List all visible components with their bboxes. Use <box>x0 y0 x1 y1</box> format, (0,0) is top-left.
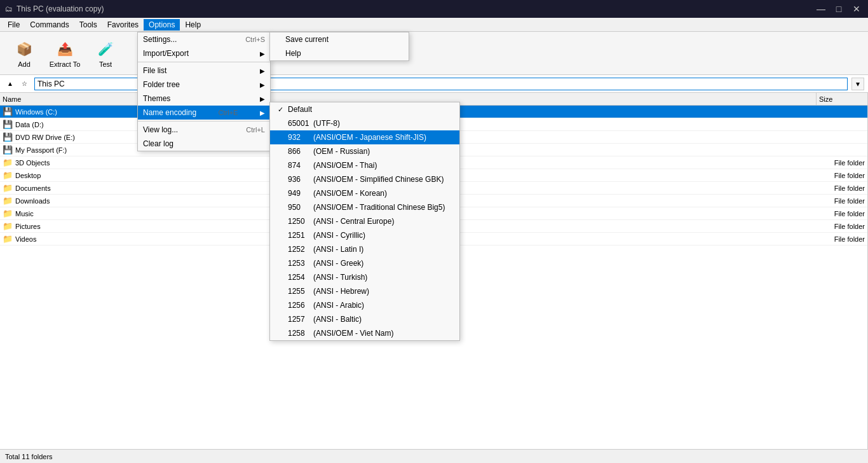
name-encoding-item-help[interactable]: Help <box>270 46 409 60</box>
encoding-code: 949 <box>288 189 313 198</box>
menubar-item-commands[interactable]: Commands <box>25 19 74 31</box>
encoding-item[interactable]: ✓Default <box>270 102 459 116</box>
name-encoding-item-save-current[interactable]: Save current <box>270 32 409 46</box>
encoding-name: (ANSI/OEM - Viet Nam) <box>313 329 393 338</box>
menu-separator <box>138 62 270 62</box>
file-name: Data (D:) <box>15 121 44 128</box>
toolbar-icon-test: 🧪 <box>95 39 116 59</box>
encoding-name: Default <box>288 105 312 114</box>
toolbar-btn-add[interactable]: 📦Add <box>5 35 43 72</box>
address-dropdown[interactable]: ▾ <box>851 78 864 90</box>
encoding-item[interactable]: 866(OEM - Russian) <box>270 144 459 158</box>
encoding-item[interactable]: 65001(UTF-8) <box>270 116 459 130</box>
encoding-name: (ANSI - Turkish) <box>313 273 367 282</box>
encoding-name: (ANSI/OEM - Traditional Chinese Big5) <box>313 203 445 212</box>
toolbar-btn-test[interactable]: 🧪Test <box>86 35 125 72</box>
file-icon: 📁 <box>3 196 13 205</box>
encoding-item[interactable]: 1255(ANSI - Hebrew) <box>270 284 459 298</box>
file-icon: 💾 <box>3 120 13 129</box>
file-icon: 📁 <box>3 158 13 167</box>
encoding-code: 932 <box>288 133 313 142</box>
encoding-list-menu[interactable]: ✓Default65001(UTF-8)932(ANSI/OEM - Japan… <box>269 102 460 341</box>
menu-row-file-list[interactable]: File list ▶ <box>138 64 270 78</box>
encoding-item[interactable]: 936(ANSI/OEM - Simplified Chinese GBK) <box>270 172 459 186</box>
file-icon: 📁 <box>3 209 13 218</box>
address-bar: ▲ ☆ ▾ <box>0 75 868 93</box>
encoding-item[interactable]: 1258(ANSI/OEM - Viet Nam) <box>270 326 459 340</box>
menubar-item-file[interactable]: File <box>3 19 25 31</box>
encoding-item[interactable]: 949(ANSI/OEM - Korean) <box>270 186 459 200</box>
encoding-name: (OEM - Russian) <box>313 147 370 156</box>
encoding-code: 1256 <box>288 301 313 310</box>
file-name: Music <box>15 210 34 218</box>
menu-separator <box>138 121 270 121</box>
encoding-code: 1250 <box>288 217 313 226</box>
nav-up-button[interactable]: ▲ <box>4 78 17 90</box>
file-icon: 📁 <box>3 234 13 244</box>
encoding-item[interactable]: 950(ANSI/OEM - Traditional Chinese Big5) <box>270 200 459 214</box>
file-name: Desktop <box>15 172 41 179</box>
encoding-code: 1257 <box>288 315 313 324</box>
encoding-code: 1258 <box>288 329 313 338</box>
encoding-item[interactable]: 932(ANSI/OEM - Japanese Shift-JIS) <box>270 130 459 144</box>
menu-item-label: File list <box>143 66 166 75</box>
submenu-arrow: ▶ <box>260 109 265 116</box>
menu-item-label: Clear log <box>143 139 173 148</box>
file-size-cell: File folder <box>817 223 867 230</box>
encoding-code: 1254 <box>288 273 313 282</box>
name-encoding-submenu[interactable]: Save currentHelp <box>269 32 409 61</box>
toolbar-label-add: Add <box>18 60 31 68</box>
app-icon: 🗂 <box>5 4 13 13</box>
encoding-code: 936 <box>288 175 313 184</box>
file-size-cell: File folder <box>817 184 867 192</box>
options-menu[interactable]: Settings... Ctrl+S Import/Export ▶ File … <box>137 32 271 151</box>
file-size-cell: File folder <box>817 210 867 218</box>
file-size-cell: File folder <box>817 197 867 205</box>
encoding-item[interactable]: 1256(ANSI - Arabic) <box>270 298 459 312</box>
menubar-item-options[interactable]: Options <box>144 19 180 31</box>
encoding-name: (ANSI/OEM - Japanese Shift-JIS) <box>313 133 426 142</box>
close-button[interactable]: ✕ <box>850 3 863 15</box>
file-size-cell: File folder <box>817 159 867 167</box>
menu-row-settings---[interactable]: Settings... Ctrl+S <box>138 32 270 46</box>
col-size-header: Size <box>817 93 867 105</box>
menu-item-label: Name encoding <box>143 108 196 117</box>
toolbar-label-extract to: Extract To <box>50 60 81 68</box>
encoding-item[interactable]: 1253(ANSI - Greek) <box>270 256 459 270</box>
encoding-code: 1251 <box>288 231 313 240</box>
minimize-button[interactable]: — <box>815 3 827 15</box>
toolbar-btn-extract-to[interactable]: 📤Extract To <box>46 35 84 72</box>
file-icon: 📁 <box>3 170 13 180</box>
toolbar: 📦Add📤Extract To🧪Test👁ViewℹInfo🔧Repair <box>0 32 868 75</box>
submenu-arrow: ▶ <box>260 95 265 102</box>
maximize-button[interactable]: □ <box>832 3 845 15</box>
menubar-item-tools[interactable]: Tools <box>74 19 102 31</box>
menu-row-name-encoding[interactable]: Name encoding Ctrl+E▶ <box>138 106 270 120</box>
menu-row-view-log---[interactable]: View log... Ctrl+L <box>138 123 270 137</box>
encoding-item[interactable]: 1250(ANSI - Central Europe) <box>270 214 459 228</box>
menu-row-import-export[interactable]: Import/Export ▶ <box>138 46 270 60</box>
toolbar-icon-add: 📦 <box>14 39 34 59</box>
encoding-code: 1255 <box>288 287 313 296</box>
menu-item-label: Settings... <box>143 35 177 44</box>
menubar-item-favorites[interactable]: Favorites <box>102 19 144 31</box>
encoding-item[interactable]: 874(ANSI/OEM - Thai) <box>270 158 459 172</box>
menu-shortcut: Ctrl+S <box>245 36 265 43</box>
menu-row-clear-log[interactable]: Clear log <box>138 137 270 151</box>
encoding-item[interactable]: 1251(ANSI - Cyrillic) <box>270 228 459 242</box>
encoding-item[interactable]: 1257(ANSI - Baltic) <box>270 312 459 326</box>
submenu-arrow: ▶ <box>260 81 265 88</box>
menu-row-folder-tree[interactable]: Folder tree ▶ <box>138 78 270 92</box>
encoding-item[interactable]: 1252(ANSI - Latin I) <box>270 242 459 256</box>
file-size-cell: File folder <box>817 172 867 179</box>
encoding-code: 1252 <box>288 245 313 254</box>
encoding-item[interactable]: 1254(ANSI - Turkish) <box>270 270 459 284</box>
encoding-code: 950 <box>288 203 313 212</box>
title-bar-controls: — □ ✕ <box>815 3 863 15</box>
menu-row-themes[interactable]: Themes ▶ <box>138 92 270 106</box>
menubar-item-help[interactable]: Help <box>180 19 206 31</box>
file-icon: 📁 <box>3 183 13 193</box>
submenu-arrow: ▶ <box>260 67 265 74</box>
encoding-name: (ANSI - Latin I) <box>313 245 363 254</box>
nav-bookmark-button[interactable]: ☆ <box>18 78 31 90</box>
